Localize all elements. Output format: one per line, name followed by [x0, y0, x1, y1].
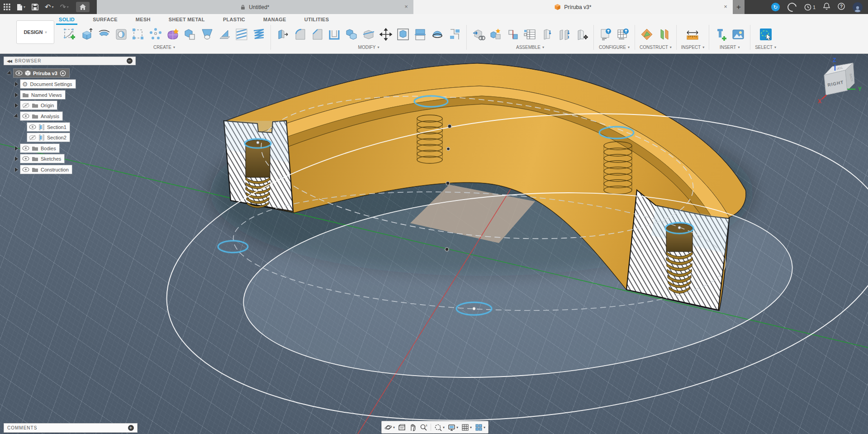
history-clock-icon[interactable]: 1	[804, 4, 816, 11]
fit-icon[interactable]: ▾	[434, 424, 445, 431]
browser-row-root[interactable]: Príruba v3	[8, 69, 69, 77]
notification-bell-icon[interactable]	[823, 3, 830, 12]
add-comment-icon[interactable]: +	[128, 425, 134, 431]
expand-triangle-icon[interactable]	[15, 167, 18, 172]
tab-mesh[interactable]: MESH	[135, 15, 152, 24]
measure-icon[interactable]	[685, 26, 700, 43]
combine-primitive-icon[interactable]	[183, 26, 197, 43]
expand-triangle-icon[interactable]	[15, 146, 18, 151]
expand-triangle-icon[interactable]	[15, 157, 18, 161]
eye-icon[interactable]	[22, 167, 29, 172]
workspace-selector[interactable]: DESIGN▾	[16, 20, 54, 44]
job-status-icon[interactable]: ↻	[771, 3, 780, 11]
tab-surface[interactable]: SURFACE	[92, 15, 119, 24]
browser-minimize-icon[interactable]: −	[127, 58, 133, 64]
browser-row-sketches[interactable]: Sketches	[15, 154, 64, 163]
viewport-canvas[interactable]	[0, 53, 868, 434]
as-built-joint-icon[interactable]	[506, 26, 520, 43]
group-label-assemble[interactable]: ASSEMBLE	[516, 45, 544, 50]
create-form-icon[interactable]	[166, 26, 180, 43]
extensions-icon[interactable]	[786, 1, 798, 14]
offset-plane-icon[interactable]	[657, 26, 671, 43]
construction-plane-icon[interactable]	[640, 26, 654, 43]
browser-row-construction[interactable]: Construction	[15, 165, 72, 174]
new-component-icon[interactable]	[471, 26, 486, 43]
fillet-icon[interactable]	[293, 26, 307, 43]
motion-link-icon[interactable]	[557, 26, 572, 43]
expand-triangle-icon[interactable]	[15, 82, 18, 86]
insert-image-icon[interactable]	[731, 26, 745, 43]
joint-limits-icon[interactable]	[540, 26, 555, 43]
dome-icon[interactable]	[430, 26, 445, 43]
eye-icon[interactable]	[15, 71, 23, 76]
zoom-icon[interactable]: ±	[420, 424, 427, 431]
avatar[interactable]	[853, 2, 863, 12]
hole-icon[interactable]	[114, 26, 128, 43]
browser-row-bodies[interactable]: Bodies	[15, 144, 59, 153]
eye-icon[interactable]	[22, 114, 29, 119]
app-grid-icon[interactable]	[4, 4, 10, 10]
save-icon[interactable]	[32, 4, 38, 10]
viewports-icon[interactable]: ▾	[475, 424, 485, 431]
expand-triangle-icon[interactable]	[7, 70, 12, 76]
eye-icon[interactable]	[29, 124, 36, 129]
expand-triangle-icon[interactable]	[15, 93, 18, 97]
browser-row-document-settings[interactable]: ⚙ Document Settings	[15, 80, 76, 88]
expand-triangle-icon[interactable]	[14, 113, 19, 119]
orbit-icon[interactable]: ▾	[384, 424, 395, 431]
tab-manage[interactable]: MANAGE	[262, 15, 287, 24]
group-label-construct[interactable]: CONSTRUCT	[640, 45, 672, 50]
group-label-select[interactable]: SELECT	[755, 45, 776, 50]
expand-triangle-icon[interactable]	[15, 103, 18, 108]
configuration-table-icon[interactable]	[616, 26, 630, 43]
split-body-icon[interactable]	[361, 26, 376, 43]
shell-icon[interactable]	[327, 26, 342, 43]
eye-icon[interactable]	[22, 156, 29, 161]
browser-row-origin[interactable]: Origin	[15, 101, 57, 110]
chamfer-icon[interactable]	[310, 26, 324, 43]
tab-plastic[interactable]: PLASTIC	[222, 15, 246, 24]
revolve-icon[interactable]	[97, 26, 111, 43]
insert-fastener-icon[interactable]	[714, 26, 728, 43]
configuration-icon[interactable]	[598, 26, 613, 43]
group-label-create[interactable]: CREATE	[153, 45, 175, 50]
rigid-group-icon[interactable]	[574, 26, 589, 43]
loft-icon[interactable]	[200, 26, 214, 43]
collapse-panel-icon[interactable]: ◀◀	[7, 59, 11, 63]
browser-panel-header[interactable]: ◀◀ BROWSER −	[4, 57, 136, 65]
browser-row-section2[interactable]: Section2	[27, 133, 70, 142]
rectangular-pattern-icon[interactable]	[131, 26, 146, 43]
file-tab-priruba[interactable]: Príruba v3* ×	[413, 0, 733, 14]
help-icon[interactable]: ?	[838, 3, 845, 12]
undo-icon[interactable]: ↶▾	[45, 3, 53, 11]
bom-table-icon[interactable]	[523, 26, 537, 43]
browser-row-named-views[interactable]: Named Views	[15, 91, 65, 99]
new-tab-icon[interactable]: +	[733, 0, 745, 14]
split-face-icon[interactable]	[413, 26, 427, 43]
coil-icon[interactable]	[251, 26, 266, 43]
rib-icon[interactable]	[234, 26, 249, 43]
comments-panel[interactable]: COMMENTS +	[4, 423, 138, 433]
look-at-icon[interactable]	[398, 424, 406, 431]
home-icon[interactable]	[76, 2, 90, 12]
tab-solid[interactable]: SOLID	[58, 15, 76, 24]
eye-off-icon[interactable]	[22, 103, 29, 108]
display-settings-icon[interactable]: ▾	[448, 424, 458, 431]
close-tab-icon[interactable]: ×	[404, 3, 408, 10]
offset-face-icon[interactable]	[447, 26, 462, 43]
group-label-modify[interactable]: MODIFY	[358, 45, 379, 50]
wedge-icon[interactable]	[217, 26, 232, 43]
circular-pattern-icon[interactable]	[148, 26, 163, 43]
group-label-configure[interactable]: CONFIGURE	[599, 45, 630, 50]
pan-icon[interactable]	[409, 424, 417, 431]
align-icon[interactable]	[396, 26, 410, 43]
move-copy-icon[interactable]	[379, 26, 393, 43]
tab-utilities[interactable]: UTILITIES	[304, 15, 330, 24]
group-label-insert[interactable]: INSERT	[720, 45, 740, 50]
eye-icon[interactable]	[22, 146, 29, 151]
create-sketch-icon[interactable]	[62, 26, 77, 43]
file-tab-untitled[interactable]: Untitled* ×	[97, 0, 413, 14]
select-window-icon[interactable]	[759, 26, 773, 43]
joint-icon[interactable]	[489, 26, 503, 43]
new-file-icon[interactable]: ▾	[17, 4, 25, 11]
